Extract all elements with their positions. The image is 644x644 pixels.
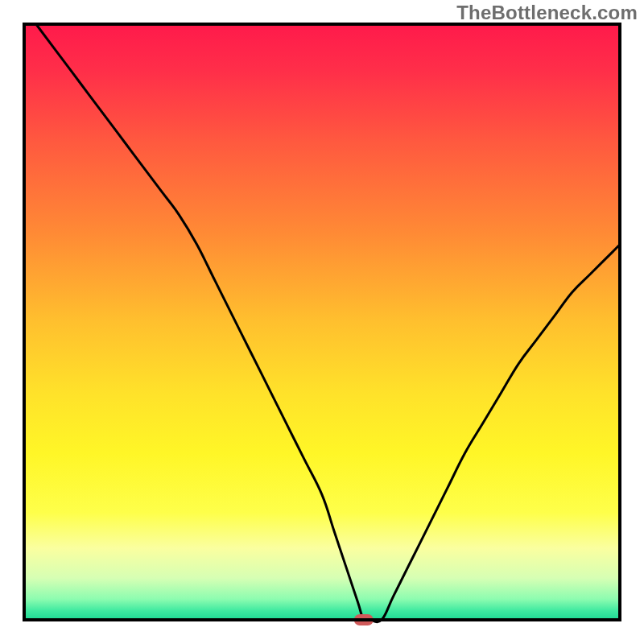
plot-background — [24, 24, 620, 620]
chart-svg — [0, 0, 644, 644]
bottleneck-chart: TheBottleneck.com — [0, 0, 644, 644]
watermark-text: TheBottleneck.com — [456, 2, 638, 24]
